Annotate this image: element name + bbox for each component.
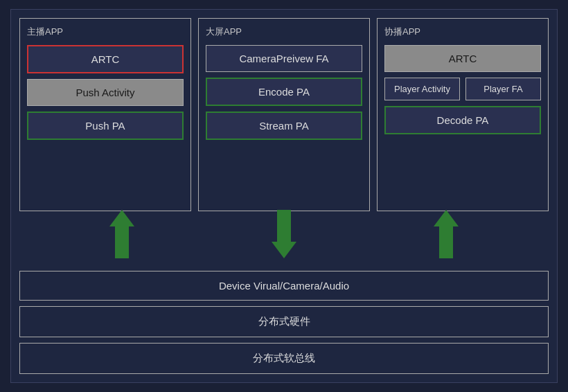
stream-pa-box: Stream PA: [206, 112, 362, 140]
player-fa-box: Player FA: [465, 78, 541, 100]
main-app-label: 主播APP: [27, 26, 184, 38]
arrow-head-middle: [272, 242, 296, 258]
screen-app-box: 大屏APP CameraPreivew FA Encode PA Stream …: [198, 18, 370, 211]
left-arrow: [109, 210, 134, 269]
artc-collab-box: ARTC: [384, 45, 541, 72]
hardware-layer-row: 分布式硬件: [19, 306, 549, 337]
right-arrow: [434, 210, 459, 269]
middle-arrow: [272, 210, 296, 269]
artc-main-box: ARTC: [27, 45, 184, 73]
camera-preview-box: CameraPreivew FA: [206, 45, 362, 72]
screen-app-label: 大屏APP: [206, 26, 362, 38]
bus-layer-row: 分布式软总线: [19, 343, 549, 374]
arrow-head-left: [109, 210, 134, 226]
encode-pa-box: Encode PA: [206, 78, 362, 106]
device-layer-row: Device Virual/Camera/Audio: [19, 271, 549, 301]
arrow-up-right: [434, 210, 459, 258]
push-pa-box: Push PA: [27, 112, 184, 140]
collab-app-label: 协播APP: [384, 26, 541, 38]
arrow-up-left: [109, 210, 134, 258]
collab-app-box: 协播APP ARTC Player Activity Player FA Dec…: [377, 18, 549, 211]
arrow-down-middle: [272, 210, 296, 258]
arrow-body-right: [439, 226, 453, 258]
push-activity-box: Push Activity: [27, 79, 184, 106]
arrow-head-right: [434, 210, 459, 226]
arrow-body-left: [115, 226, 129, 258]
decode-pa-box: Decode PA: [384, 106, 541, 134]
player-activity-box: Player Activity: [384, 78, 460, 100]
arrow-body-middle: [277, 210, 291, 242]
architecture-diagram: 主播APP ARTC Push Activity Push PA 大屏APP C…: [10, 9, 558, 383]
main-app-box: 主播APP ARTC Push Activity Push PA: [19, 18, 191, 211]
